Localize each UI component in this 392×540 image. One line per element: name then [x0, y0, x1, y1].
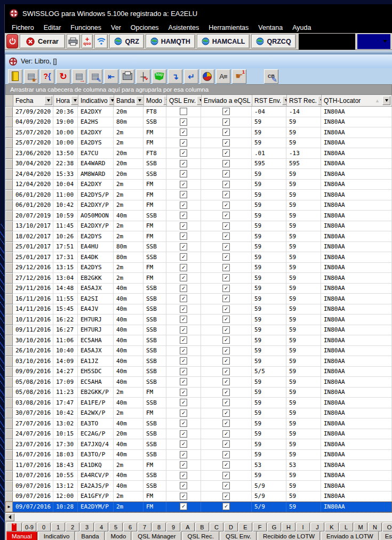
qso-row[interactable]: 11/07/201618:43EA1DKQ2mFM✓✓5353IN80AA — [5, 460, 392, 471]
qsl-env-checkbox[interactable]: ✓ — [180, 420, 187, 427]
eqsl-checkbox[interactable]: ✓ — [222, 232, 230, 240]
qsl-env-checkbox[interactable]: ✓ — [180, 295, 187, 302]
qso-row[interactable]: 04/09/202019:00EA2HS80mSSB✓✓5959IN80AA — [5, 117, 392, 128]
qsl-env-cell[interactable]: ✓ — [166, 346, 201, 357]
row-selector[interactable] — [5, 242, 13, 253]
row-selector[interactable] — [5, 398, 13, 408]
qso-row[interactable]: 25/01/201717:31EA4DK80mSSB✓✓5959IN80AA — [5, 252, 392, 263]
qsl-env-cell[interactable]: ✓ — [166, 148, 201, 159]
eqsl-checkbox[interactable]: ✓ — [222, 420, 230, 427]
eqsl-checkbox[interactable]: ✓ — [222, 451, 230, 458]
qsl-env-cell[interactable]: ✓ — [166, 252, 201, 263]
eqsl-checkbox[interactable]: ✓ — [222, 316, 230, 323]
row-selector[interactable] — [5, 418, 13, 429]
menu-item-ayuda[interactable]: Ayuda — [287, 22, 316, 33]
row-selector[interactable] — [5, 356, 13, 367]
qsl-env-checkbox[interactable]: ✓ — [180, 378, 187, 385]
qsl-env-cell[interactable]: ✓ — [166, 138, 201, 149]
filter-tab-enviado-a-lotw[interactable]: Enviado a LOTW — [321, 531, 379, 540]
qsl-env-checkbox[interactable]: ✓ — [180, 368, 187, 375]
exit-button[interactable] — [8, 69, 22, 84]
qsl-env-cell[interactable]: ✓ — [166, 388, 201, 398]
menu-item-editar[interactable]: Editar — [39, 22, 66, 33]
row-selector[interactable] — [5, 315, 13, 325]
column-header-qsl-env[interactable]: QSL Env. — [167, 95, 202, 106]
column-header-enviado-a-eqsl[interactable]: Enviado a eQSL — [202, 95, 252, 106]
qsl-env-cell[interactable]: ✓ — [166, 190, 201, 200]
row-selector[interactable] — [5, 159, 13, 170]
filter-tab-banda[interactable]: Banda — [76, 531, 104, 540]
qso-row[interactable]: 18/02/201710:26EA2DYS2mFM✓✓5959IN80AA — [5, 231, 392, 242]
qsl-env-checkbox[interactable]: ✓ — [180, 336, 187, 344]
eqsl-checkbox[interactable]: ✓ — [222, 264, 230, 271]
letter-tab-5[interactable]: 5 — [109, 522, 123, 531]
row-selector[interactable] — [5, 180, 13, 190]
eqsl-checkbox[interactable]: ✓ — [222, 202, 230, 209]
qso-row[interactable]: 23/07/201617:30EA7JXQ/440mSSB✓✓5959IN80A… — [5, 439, 392, 450]
qsl-env-checkbox[interactable]: ✓ — [180, 191, 187, 198]
qsl-env-cell[interactable]: ✓ — [166, 273, 201, 284]
letter-tab-k[interactable]: K — [325, 522, 339, 531]
eqsl-cell[interactable]: ✓ — [201, 242, 252, 253]
qsl-env-checkbox[interactable]: ✓ — [180, 503, 187, 510]
eqsl-checkbox[interactable]: ✓ — [222, 357, 230, 365]
qsl-env-checkbox[interactable]: ✓ — [180, 305, 187, 313]
eqsl-checkbox[interactable]: ✓ — [222, 170, 230, 178]
qsl-env-cell[interactable]: ✓ — [166, 356, 201, 367]
row-selector[interactable] — [5, 117, 13, 128]
letter-tab-9[interactable]: 9 — [166, 522, 180, 531]
qsl-env-checkbox[interactable]: ✓ — [180, 139, 187, 147]
row-selector[interactable] — [5, 148, 13, 159]
eqsl-checkbox[interactable]: ✓ — [222, 160, 230, 167]
row-selector[interactable] — [5, 304, 13, 315]
globe-stats-button[interactable] — [200, 69, 214, 84]
qsl-env-checkbox[interactable]: ✓ — [180, 461, 187, 469]
qso-row[interactable]: 03/10/201614:09EA1JZ40mSSB✓✓5959IN80AA — [5, 356, 392, 367]
letter-tab-7[interactable]: 7 — [138, 522, 151, 531]
print-button[interactable] — [67, 34, 81, 49]
qso-row[interactable]: 27/09/202020:36EA2DXY20mFT8✓-04-14IN80AA — [5, 107, 392, 117]
row-selector[interactable] — [5, 252, 13, 263]
eqsl-checkbox[interactable]: ✓ — [222, 389, 230, 396]
eqsl-checkbox[interactable]: ✓ — [222, 108, 230, 115]
qso-row[interactable]: 27/07/201613:02EA3TO40mSSB✓✓5959IN80AA — [5, 418, 392, 429]
row-selector[interactable] — [5, 335, 13, 346]
row-selector[interactable] — [5, 460, 13, 471]
eqsl-checkbox[interactable]: ✓ — [222, 285, 230, 292]
eqsl-cell[interactable]: ✓ — [201, 377, 252, 388]
column-header-hora[interactable]: Hora — [54, 95, 78, 106]
qso-row[interactable]: 24/04/202015:33AM8WARD20mSSB✓✓5959IN80AA — [5, 169, 392, 180]
row-selector[interactable] — [5, 450, 13, 461]
qsl-env-cell[interactable]: ✓ — [166, 127, 201, 138]
eqsl-cell[interactable]: ✓ — [201, 502, 252, 512]
eqsl-checkbox[interactable]: ✓ — [222, 378, 230, 385]
row-selector[interactable] — [5, 221, 13, 232]
qsl-env-cell[interactable]: ✓ — [166, 211, 201, 221]
letter-tab-0-9[interactable]: 0-9 — [22, 522, 36, 531]
letter-tab-b[interactable]: B — [195, 522, 209, 531]
letter-tab-l[interactable]: L — [339, 522, 353, 531]
eqsl-checkbox[interactable]: ✓ — [222, 295, 230, 302]
eqsl-cell[interactable]: ✓ — [201, 148, 252, 159]
eqsl-checkbox[interactable]: ✓ — [222, 440, 230, 448]
add-qso-button[interactable]: + qso — [82, 34, 93, 49]
filter-tab-qsl-env[interactable]: QSL Env. — [220, 531, 257, 540]
eqsl-cell[interactable]: ✓ — [201, 180, 252, 190]
letter-tab-0[interactable]: 0 — [37, 522, 51, 531]
filter-tab-qsl-rec[interactable]: QSL Rec. — [182, 531, 219, 540]
qso-row[interactable]: 10/11/201616:22EH7URJ40mSSB✓✓5959IN80AA — [5, 315, 392, 325]
qsl-env-checkbox[interactable]: ✓ — [180, 389, 187, 396]
row-selector[interactable] — [5, 200, 13, 211]
qsl-env-checkbox[interactable]: ✓ — [180, 472, 187, 479]
row-selector[interactable] — [5, 325, 13, 336]
qsl-env-checkbox[interactable]: ✓ — [180, 482, 187, 489]
qsl-env-cell[interactable]: ✓ — [166, 439, 201, 450]
letter-tab-n[interactable]: N — [368, 522, 382, 531]
eqsl-cell[interactable]: ✓ — [201, 273, 252, 284]
refresh-button[interactable]: ↻ — [56, 69, 70, 84]
row-selector[interactable] — [5, 263, 13, 273]
export-tree-button[interactable]: ↴ — [168, 69, 182, 84]
qsl-env-checkbox[interactable]: ✓ — [180, 285, 187, 292]
eqsl-cell[interactable]: ✓ — [201, 388, 252, 398]
eqsl-cell[interactable]: ✓ — [201, 263, 252, 273]
